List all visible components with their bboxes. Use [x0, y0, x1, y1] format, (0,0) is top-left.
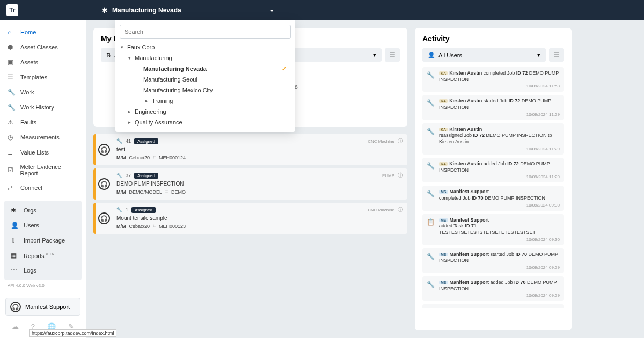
activity-item[interactable]: 🔧 KAKirsten Austin completed Job ID 72 D…	[422, 67, 564, 92]
activity-filter-button[interactable]: ☰	[549, 48, 564, 62]
tree-expand-icon[interactable]: ▾	[128, 55, 135, 61]
org-selector[interactable]: ✱ Manufacturing Nevada ▾	[101, 6, 273, 14]
tree-expand-icon[interactable]: ▸	[128, 109, 135, 114]
chevron-down-icon: ▾	[270, 8, 273, 13]
cloud-icon[interactable]: ☁	[12, 322, 19, 330]
nav-item-work-history[interactable]: 🔧Work History	[0, 100, 86, 115]
org-tree-label: Training	[152, 98, 173, 104]
chevron-down-icon: ▾	[373, 52, 376, 58]
activity-item[interactable]: 🔧 MSManifest Support started Job ID 70 D…	[422, 248, 564, 273]
headset-icon: 🎧	[98, 144, 110, 156]
org-tree-item[interactable]: ▾Faux Corp	[120, 42, 291, 53]
sidebar: ⌂Home⬢Asset Classes▣Assets☰Templates🔧Wor…	[0, 20, 86, 338]
activity-icon: 🔧	[427, 252, 435, 270]
org-tree-item[interactable]: Manufacturing Nevada✓	[120, 63, 291, 74]
logo[interactable]: Tr	[6, 4, 18, 16]
nav-item-value-lists[interactable]: ≣Value Lists	[0, 145, 86, 160]
job-type: CNC Machine	[368, 208, 394, 212]
job-model: Cebac/20	[129, 155, 150, 160]
org-tree-item[interactable]: ▸Training	[120, 95, 291, 106]
activity-item[interactable]: ✎ MSManifest Supportupdated Template ver…	[422, 304, 564, 308]
job-card[interactable]: 🎧 🔧1AssignedCNC Machineⓘ Mount tensile s…	[93, 203, 407, 234]
headset-icon: 🎧	[98, 178, 110, 190]
user-icon: 👤	[428, 52, 435, 58]
activity-item[interactable]: 🔧 MSManifest Support added Job ID 70 DEM…	[422, 276, 564, 301]
nav-item-home[interactable]: ⌂Home	[0, 25, 86, 40]
nav-icon: ⬢	[8, 43, 15, 51]
admin-item-reports[interactable]: ▦ReportsBETA	[4, 248, 82, 263]
activity-item[interactable]: 🔧 KAKirsten Austin started Job ID 72 DEM…	[422, 95, 564, 120]
favorites-filter-button[interactable]: ☰	[385, 48, 400, 62]
filter-icon: ☰	[390, 52, 396, 59]
nav-item-assets[interactable]: ▣Assets	[0, 55, 86, 70]
activity-time: 10/09/2024 09:30	[439, 237, 560, 242]
activity-time: 10/09/2024 09:30	[439, 203, 560, 208]
snowflake-icon: ✱	[101, 6, 108, 14]
wrench-icon: 🔧	[116, 138, 122, 144]
activity-item[interactable]: 📋 MSManifest Supportadded Task ID 71 TES…	[422, 214, 564, 245]
job-status-chip: Assigned	[131, 207, 156, 213]
activity-panel: Activity 👤All Users ▾ ☰ 🔧 KAKirsten Aust…	[415, 28, 572, 330]
sort-icon: ⇅	[106, 52, 111, 58]
nav-label: Work	[20, 89, 34, 95]
admin-item-orgs[interactable]: ✱Orgs	[4, 203, 82, 218]
user-initials-badge: KA	[439, 71, 448, 75]
job-mm: M/M	[116, 224, 126, 229]
nav-icon: ⇄	[8, 184, 15, 192]
activity-time: 10/09/2024 09:29	[439, 265, 560, 270]
admin-label: Orgs	[24, 207, 36, 214]
activity-text: MSManifest Supportupdated Template versi…	[438, 307, 560, 308]
activity-time: 10/09/2024 11:29	[439, 112, 560, 117]
job-code: MEH000123	[159, 224, 186, 229]
org-tree-item[interactable]: Manufacturing Seoul	[120, 74, 291, 85]
tree-expand-icon[interactable]: ▸	[145, 98, 152, 104]
qr-icon: ⌗	[165, 189, 168, 195]
admin-icon: ⇧	[11, 237, 18, 244]
org-tree-item[interactable]: ▾Manufacturing	[120, 53, 291, 63]
info-icon[interactable]: ⓘ	[398, 172, 403, 179]
nav-item-measurements[interactable]: ◷Measurements	[0, 130, 86, 145]
tree-expand-icon[interactable]: ▾	[121, 45, 127, 50]
nav-label: Connect	[20, 185, 42, 191]
admin-item-users[interactable]: 👤Users	[4, 218, 82, 233]
org-tree-label: Manufacturing Seoul	[143, 76, 197, 83]
nav-item-asset-classes[interactable]: ⬢Asset Classes	[0, 40, 86, 55]
user-initials-badge: MS	[439, 281, 448, 284]
job-card[interactable]: 🎧 🔧41AssignedCNC Machineⓘ test M/MCebac/…	[93, 134, 407, 165]
headset-icon: 🎧	[10, 302, 21, 312]
current-user-badge[interactable]: 🎧 Manifest Support	[5, 298, 80, 316]
activity-user-filter[interactable]: 👤All Users ▾	[422, 48, 546, 62]
org-tree-label: Quality Assurance	[135, 119, 182, 126]
job-mm: M/M	[116, 189, 126, 195]
org-search-input[interactable]	[120, 25, 291, 39]
activity-item[interactable]: 🔧 KAKirsten Austin added Job ID 72 DEMO …	[422, 158, 564, 182]
job-name: test	[116, 146, 403, 152]
admin-item-logs[interactable]: 〰Logs	[4, 263, 82, 278]
nav-item-templates[interactable]: ☰Templates	[0, 70, 86, 85]
nav-icon: ☑	[8, 166, 15, 174]
current-user-label: Manifest Support	[25, 304, 70, 310]
org-tree-label: Manufacturing	[135, 55, 172, 61]
activity-time: 10/09/2024 11:58	[439, 84, 560, 89]
org-tree-item[interactable]: Manufacturing Mexico City	[120, 85, 291, 95]
topbar: Tr ✱ Manufacturing Nevada ▾	[0, 0, 644, 20]
activity-item[interactable]: 🔧 KAKirsten Austinreassigned Job ID 72 D…	[422, 123, 564, 155]
org-tree-item[interactable]: ▸Engineering	[120, 106, 291, 117]
nav-item-connect[interactable]: ⇄Connect	[0, 180, 86, 195]
nav-icon: ☰	[8, 74, 15, 81]
job-model: Cebac/20	[129, 224, 150, 229]
status-url: https://fauxcorp.taqdev.com/index.html	[29, 329, 116, 337]
tree-expand-icon[interactable]: ▸	[128, 120, 135, 125]
activity-text: KAKirsten Austinreassigned Job ID 72 DEM…	[439, 127, 560, 145]
org-tree-item[interactable]: ▸Quality Assurance	[120, 117, 291, 128]
job-card[interactable]: 🎧 🔧37AssignedPUMPⓘ DEMO PUMP INSPECTION …	[93, 168, 407, 200]
job-avatar: 🎧	[96, 203, 112, 234]
nav-item-meter-evidence-report[interactable]: ☑Meter Evidence Report	[0, 160, 86, 180]
info-icon[interactable]: ⓘ	[398, 137, 403, 145]
admin-item-import-package[interactable]: ⇧Import Package	[4, 233, 82, 248]
activity-item[interactable]: 🔧 MSManifest Supportcompleted Job ID 70 …	[422, 186, 564, 210]
user-initials-badge: MS	[439, 253, 448, 256]
info-icon[interactable]: ⓘ	[398, 206, 403, 214]
nav-item-work[interactable]: 🔧Work	[0, 85, 86, 100]
nav-item-faults[interactable]: ⚠Faults	[0, 115, 86, 130]
